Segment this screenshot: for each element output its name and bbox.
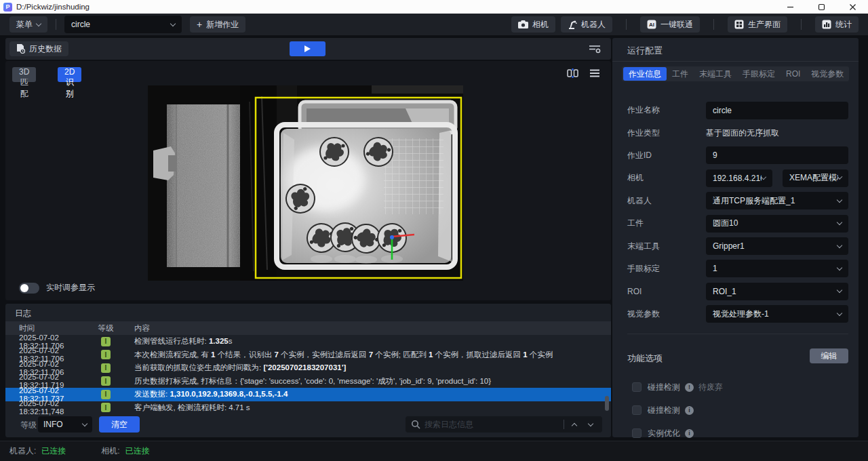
- run-play-button[interactable]: [290, 41, 326, 56]
- run-config-tab[interactable]: ROI: [781, 67, 806, 81]
- log-level-badge: I: [101, 350, 111, 359]
- add-job-button[interactable]: + 新增作业: [190, 16, 245, 33]
- roi-select[interactable]: ROI_1: [706, 283, 848, 300]
- mode-2d-recognition[interactable]: 2D识别: [58, 67, 81, 82]
- log-level: I: [92, 350, 119, 359]
- statistics-button[interactable]: 统计: [815, 16, 859, 33]
- mode-3d-match[interactable]: 3D匹配: [12, 67, 36, 82]
- ai-icon: AI: [647, 20, 656, 29]
- search-next-button[interactable]: [585, 418, 597, 430]
- close-icon[interactable]: [837, 0, 868, 14]
- collision-detect-deprecated-checkbox[interactable]: [632, 382, 642, 392]
- job-id-label: 作业ID: [627, 150, 652, 161]
- one-key-link-button[interactable]: AI 一键联通: [640, 16, 700, 33]
- log-settings-icon[interactable]: [588, 43, 601, 57]
- camera-select[interactable]: 192.168.4.216: [706, 169, 772, 187]
- log-col-level: 等级: [92, 323, 119, 334]
- log-col-time: 时间: [5, 323, 92, 334]
- hand-eye-calibration-label: 手眼标定: [627, 263, 660, 275]
- log-row[interactable]: 2025-07-02 18:32:11,737I发送数据: 1,310.0,19…: [5, 388, 611, 401]
- log-search-box: [406, 416, 602, 433]
- job-name-input[interactable]: circle: [706, 102, 848, 119]
- window-titlebar: P D:/Pickwiz/jinshuding: [0, 0, 868, 14]
- statistics-label: 统计: [835, 19, 852, 31]
- workpiece-select[interactable]: 圆面10: [706, 215, 848, 233]
- search-prev-button[interactable]: [568, 418, 580, 430]
- log-message: 历史数据打标完成, 打标信息：{'stage': 'success', 'cod…: [119, 376, 611, 386]
- log-search-input[interactable]: [425, 420, 559, 429]
- log-level-badge: I: [101, 376, 111, 386]
- chevron-down-icon: [170, 20, 176, 26]
- chevron-down-icon: [837, 220, 842, 225]
- history-data-button[interactable]: 历史数据: [9, 41, 68, 56]
- camera-value: 192.168.4.216: [713, 174, 762, 183]
- menu-button[interactable]: 菜单: [9, 16, 47, 33]
- realtime-params-toggle[interactable]: [19, 283, 39, 294]
- run-config-tab[interactable]: 末端工具: [694, 67, 737, 81]
- chevron-down-icon: [36, 20, 41, 26]
- add-job-label: 新增作业: [206, 19, 239, 31]
- menu-list-icon[interactable]: [589, 68, 600, 81]
- camera-template-select[interactable]: XEMA配置模板-: [783, 169, 848, 187]
- robot-button[interactable]: 机器人: [561, 16, 612, 33]
- robot-status-value: 已连接: [41, 445, 66, 457]
- minimize-button[interactable]: [774, 0, 806, 14]
- form-row-job-id: 作业ID9: [612, 144, 859, 167]
- clear-log-button[interactable]: 清空: [99, 416, 140, 433]
- feature-options-list: 碰撞检测!待废弃碰撞检测i实例优化i: [612, 376, 859, 445]
- run-config-tab[interactable]: 手眼标定: [737, 67, 781, 81]
- edit-features-button[interactable]: 编辑: [810, 348, 848, 363]
- job-type-value: 基于圆面的无序抓取: [706, 127, 779, 139]
- log-row[interactable]: 2025-07-02 18:32:11,706I本次检测流程完成, 有 1 个结…: [5, 348, 611, 362]
- toggle-knob: [20, 284, 28, 292]
- camera-button[interactable]: 相机: [511, 16, 555, 33]
- split-view-icon[interactable]: [567, 68, 578, 81]
- form-row-hand-eye-calibration: 手眼标定1: [612, 258, 859, 280]
- hand-eye-calibration-select[interactable]: 1: [706, 260, 848, 277]
- instance-optimize-checkbox[interactable]: [632, 428, 642, 438]
- history-doc-icon: [16, 44, 25, 54]
- log-level-select[interactable]: INFO: [38, 416, 92, 433]
- job-select[interactable]: circle: [64, 16, 182, 33]
- log-message: 本次检测流程完成, 有 1 个结果，识别出 7 个实例，实例过滤后返回 7 个实…: [119, 350, 611, 360]
- camera-viewer-panel: 3D匹配2D识别: [5, 61, 611, 300]
- production-ui-label: 生产界面: [748, 19, 781, 31]
- workpiece-label: 工件: [627, 218, 644, 229]
- collision-detect-checkbox[interactable]: [632, 405, 642, 415]
- run-config-tab[interactable]: 工件: [667, 67, 694, 81]
- roi-label: ROI: [627, 287, 642, 296]
- end-tool-select[interactable]: Gripper1: [706, 237, 848, 255]
- one-key-link-label: 一键联通: [660, 19, 693, 31]
- run-config-tab[interactable]: 视觉参数: [806, 67, 849, 81]
- form-row-job-name: 作业名称circle: [612, 99, 859, 121]
- log-title: 日志: [15, 308, 31, 319]
- camera-status-value: 已连接: [125, 445, 150, 457]
- log-row[interactable]: 2025-07-02 18:32:11,706I检测管线运行总耗时: 1.325…: [5, 335, 611, 348]
- job-id-value: 9: [713, 151, 717, 160]
- robot-select[interactable]: 通用TCP服务端配置_1: [706, 192, 848, 209]
- job-type-label: 作业类型: [627, 127, 660, 139]
- form-row-end-tool: 末端工具Gripper1: [612, 235, 859, 257]
- log-row[interactable]: 2025-07-02 18:32:11,706I当前获取的抓取位姿生成的时间戳为…: [5, 361, 611, 375]
- log-time: 2025-07-02 18:32:11,748: [5, 399, 92, 416]
- log-row[interactable]: 2025-07-02 18:32:11,748I客户端触发, 检测流程耗时: 4…: [5, 401, 611, 415]
- job-name-label: 作业名称: [627, 104, 660, 116]
- chevron-down-icon: [837, 287, 842, 293]
- vision-params-label: 视觉参数: [627, 308, 660, 320]
- camera-button-label: 相机: [532, 19, 549, 31]
- history-data-label: 历史数据: [29, 43, 62, 55]
- info-icon: i: [685, 406, 694, 415]
- production-ui-button[interactable]: 生产界面: [728, 16, 787, 33]
- log-rows: 2025-07-02 18:32:11,706I检测管线运行总耗时: 1.325…: [5, 335, 611, 414]
- job-id-input[interactable]: 9: [706, 146, 848, 164]
- log-row[interactable]: 2025-07-02 18:32:11,719I历史数据打标完成, 打标信息：{…: [5, 375, 611, 388]
- run-config-tab[interactable]: 作业信息: [623, 67, 667, 81]
- chevron-down-icon: [82, 420, 87, 426]
- feature-row-collision-detect-deprecated: 碰撞检测!待废弃: [612, 376, 859, 399]
- menu-button-label: 菜单: [16, 19, 33, 31]
- grid-icon: [734, 20, 744, 29]
- end-tool-value: Gripper1: [713, 241, 745, 251]
- vision-params-select[interactable]: 视觉处理参数-1: [706, 305, 848, 323]
- maximize-button[interactable]: [806, 0, 837, 14]
- log-scrollbar[interactable]: [605, 396, 609, 411]
